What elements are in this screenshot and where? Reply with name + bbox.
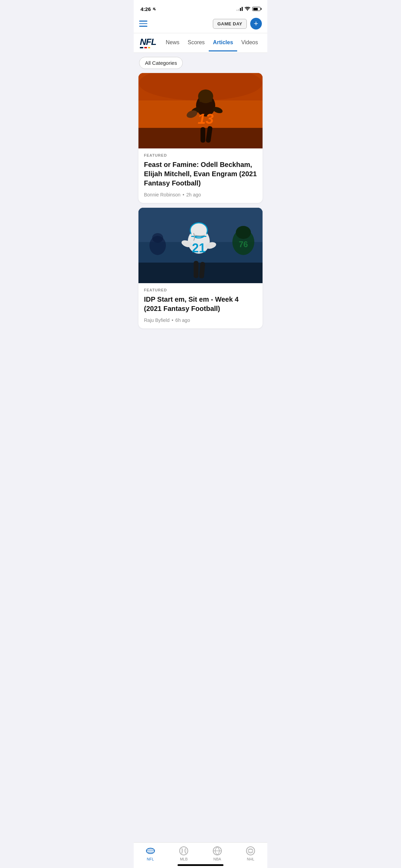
nfl-underline bbox=[140, 47, 156, 48]
nfl-stripe-red bbox=[144, 47, 147, 48]
game-day-button[interactable]: GAME DAY bbox=[213, 19, 247, 29]
meta-dot-2: • bbox=[172, 317, 173, 323]
article-image-2: 76 21 bbox=[138, 208, 263, 283]
signal-strength bbox=[236, 7, 243, 11]
signal-bar-3 bbox=[240, 8, 241, 11]
svg-text:21: 21 bbox=[192, 241, 206, 255]
article-title-1: Feast or Famine: Odell Beckham, Elijah M… bbox=[144, 160, 257, 188]
svg-point-17 bbox=[236, 226, 251, 239]
filter-bar: All Categories bbox=[134, 53, 267, 73]
status-bar: 4:26 bbox=[134, 0, 267, 15]
svg-rect-27 bbox=[194, 261, 198, 278]
location-icon bbox=[152, 7, 156, 11]
meta-dot-1: • bbox=[183, 192, 184, 197]
article-body-1: FEATURED Feast or Famine: Odell Beckham,… bbox=[138, 148, 263, 203]
nav-tabs: NFL News Scores Articles Videos bbox=[134, 33, 267, 53]
tab-videos[interactable]: Videos bbox=[237, 35, 262, 51]
menu-button[interactable] bbox=[139, 21, 147, 27]
svg-rect-6 bbox=[199, 99, 212, 102]
app-header: GAME DAY + bbox=[134, 15, 267, 33]
article-meta-2: Raju Byfield • 6h ago bbox=[144, 317, 257, 323]
article-card-2[interactable]: 76 21 bbox=[138, 208, 263, 328]
status-time: 4:26 bbox=[141, 6, 156, 12]
article-title-2: IDP Start em, Sit em - Week 4 (2021 Fant… bbox=[144, 295, 257, 313]
signal-bar-4 bbox=[242, 7, 243, 11]
time-display: 4:26 bbox=[141, 6, 151, 12]
svg-rect-11 bbox=[200, 127, 205, 143]
article-meta-1: Bonnie Robinson • 2h ago bbox=[144, 192, 257, 197]
status-icons bbox=[236, 7, 260, 11]
nfl-logo[interactable]: NFL bbox=[138, 33, 158, 52]
signal-bar-1 bbox=[236, 10, 238, 11]
svg-text:13: 13 bbox=[198, 111, 214, 127]
svg-point-30 bbox=[152, 233, 163, 243]
article-author-2: Raju Byfield bbox=[144, 317, 170, 323]
all-categories-button[interactable]: All Categories bbox=[139, 57, 183, 69]
signal-bar-2 bbox=[238, 9, 239, 11]
nfl-logo-text: NFL bbox=[140, 37, 156, 46]
svg-text:76: 76 bbox=[239, 240, 248, 249]
header-actions: GAME DAY + bbox=[213, 18, 262, 29]
tab-articles[interactable]: Articles bbox=[209, 35, 237, 51]
articles-list: 13 FEATURED Feast or Famine: Odell Beckh… bbox=[134, 73, 267, 328]
article-body-2: FEATURED IDP Start em, Sit em - Week 4 (… bbox=[138, 283, 263, 328]
article-time-1: 2h ago bbox=[186, 192, 201, 197]
nfl-stripe-yellow bbox=[148, 47, 150, 48]
tab-scores[interactable]: Scores bbox=[184, 35, 209, 51]
article-image-1: 13 bbox=[138, 73, 263, 148]
wifi-icon bbox=[245, 7, 250, 11]
add-button[interactable]: + bbox=[250, 18, 262, 29]
battery-icon bbox=[252, 7, 260, 11]
article-category-2: FEATURED bbox=[144, 288, 257, 292]
article-time-2: 6h ago bbox=[175, 317, 190, 323]
nfl-stripe-blue bbox=[140, 47, 143, 48]
article-card-1[interactable]: 13 FEATURED Feast or Famine: Odell Beckh… bbox=[138, 73, 263, 203]
article-author-1: Bonnie Robinson bbox=[144, 192, 181, 197]
tab-news[interactable]: News bbox=[162, 35, 184, 51]
article-category-1: FEATURED bbox=[144, 153, 257, 157]
